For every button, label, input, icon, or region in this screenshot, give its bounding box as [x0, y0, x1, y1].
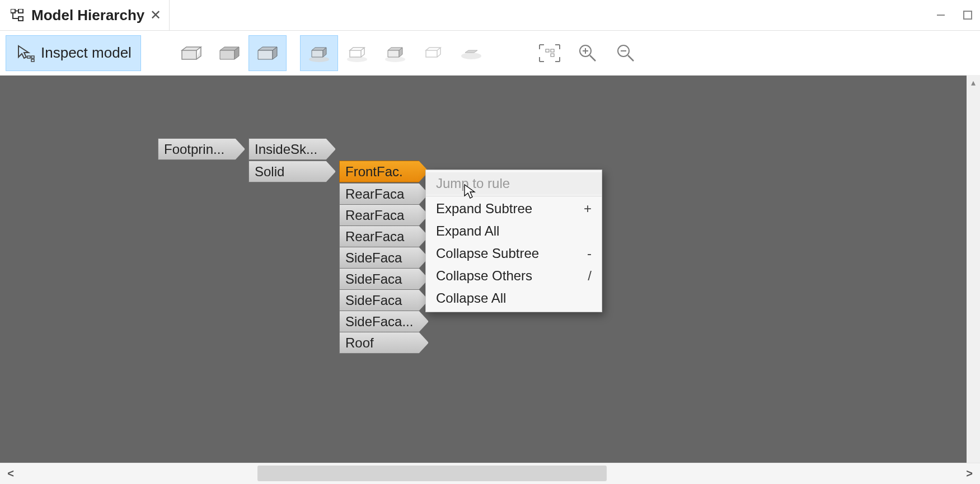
- ghost-floor-button[interactable]: [452, 35, 490, 71]
- svg-line-16: [590, 55, 595, 61]
- svg-rect-0: [11, 9, 15, 13]
- window-controls: [935, 10, 980, 21]
- context-menu-label: Collapse Subtree: [436, 246, 539, 261]
- svg-rect-2: [18, 17, 23, 21]
- context-menu-label: Collapse Others: [436, 268, 532, 284]
- svg-rect-4: [964, 11, 972, 19]
- hierarchy-node[interactable]: Footprin...: [158, 138, 245, 160]
- scroll-right-icon[interactable]: >: [959, 463, 980, 485]
- zoom-out-button[interactable]: [607, 35, 645, 71]
- scroll-up-icon[interactable]: ▴: [967, 76, 980, 89]
- hierarchy-node[interactable]: SideFaca...: [339, 311, 429, 332]
- context-menu-item[interactable]: Collapse Subtree-: [426, 242, 602, 265]
- context-menu-label: Expand All: [436, 223, 499, 239]
- context-menu-label: Expand Subtree: [436, 201, 532, 217]
- context-menu-item[interactable]: Collapse Others/: [426, 265, 602, 287]
- scroll-left-icon[interactable]: <: [0, 463, 21, 485]
- ghost-front-button[interactable]: [338, 35, 376, 71]
- svg-rect-14: [551, 54, 554, 57]
- context-menu: Jump to ruleExpand Subtree+Expand AllCol…: [425, 170, 602, 312]
- svg-rect-1: [18, 9, 23, 13]
- inspect-label: Inspect model: [41, 44, 132, 62]
- horizontal-scrollbar[interactable]: < >: [0, 463, 980, 484]
- frame-selection-button[interactable]: [531, 35, 569, 71]
- inspect-model-button[interactable]: Inspect model: [6, 35, 141, 71]
- panel-title: Model Hierarchy: [31, 7, 144, 24]
- hierarchy-node[interactable]: Roof: [339, 332, 429, 354]
- context-menu-shortcut: +: [584, 201, 592, 217]
- minimize-button[interactable]: [935, 10, 946, 21]
- hierarchy-node[interactable]: RearFaca: [339, 204, 429, 226]
- hierarchy-node[interactable]: Solid: [248, 161, 336, 182]
- toolbar: Inspect model: [0, 31, 980, 76]
- isolate-shape-button[interactable]: [300, 35, 338, 71]
- hierarchy-node[interactable]: RearFaca: [339, 183, 429, 205]
- context-menu-item[interactable]: Expand All: [426, 220, 602, 242]
- hierarchy-node[interactable]: SideFaca: [339, 268, 429, 290]
- hierarchy-node[interactable]: SideFaca: [339, 289, 429, 311]
- context-menu-shortcut: -: [587, 246, 592, 261]
- close-tab-button[interactable]: ✕: [150, 7, 161, 23]
- zoom-in-button[interactable]: [569, 35, 607, 71]
- view-solid-button[interactable]: [248, 35, 287, 71]
- inspect-cursor-icon: [15, 43, 36, 64]
- ghost-wire-button[interactable]: [376, 35, 414, 71]
- panel-tab[interactable]: Model Hierarchy ✕: [0, 0, 170, 30]
- context-menu-shortcut: /: [588, 268, 592, 284]
- ghost-transparent-button[interactable]: [414, 35, 452, 71]
- view-shaded-button[interactable]: [210, 35, 248, 71]
- svg-rect-5: [27, 56, 30, 58]
- context-menu-item: Jump to rule: [426, 172, 602, 195]
- svg-rect-6: [31, 56, 34, 58]
- hierarchy-node[interactable]: InsideSk...: [248, 138, 336, 160]
- context-menu-separator: [426, 196, 602, 196]
- context-menu-label: Jump to rule: [436, 176, 510, 191]
- scroll-thumb[interactable]: [257, 466, 607, 481]
- view-wireframe-button[interactable]: [172, 35, 210, 71]
- svg-rect-12: [546, 49, 549, 52]
- context-menu-item[interactable]: Expand Subtree+: [426, 198, 602, 220]
- svg-point-11: [461, 53, 481, 59]
- titlebar: Model Hierarchy ✕: [0, 0, 980, 31]
- svg-rect-13: [551, 49, 554, 52]
- zoom-group: [531, 35, 645, 71]
- context-menu-label: Collapse All: [436, 290, 506, 306]
- scroll-track[interactable]: [21, 463, 959, 484]
- view-mode-group-1: [172, 35, 287, 71]
- hierarchy-icon: [10, 7, 26, 23]
- vertical-scrollbar[interactable]: ▴: [967, 76, 980, 463]
- view-mode-group-2: [300, 35, 490, 71]
- svg-rect-7: [31, 59, 34, 62]
- svg-line-20: [628, 55, 634, 61]
- maximize-button[interactable]: [962, 10, 973, 21]
- hierarchy-node[interactable]: SideFaca: [339, 247, 429, 269]
- context-menu-item[interactable]: Collapse All: [426, 287, 602, 309]
- hierarchy-node[interactable]: RearFaca: [339, 225, 429, 247]
- hierarchy-node[interactable]: FrontFac.: [339, 161, 429, 182]
